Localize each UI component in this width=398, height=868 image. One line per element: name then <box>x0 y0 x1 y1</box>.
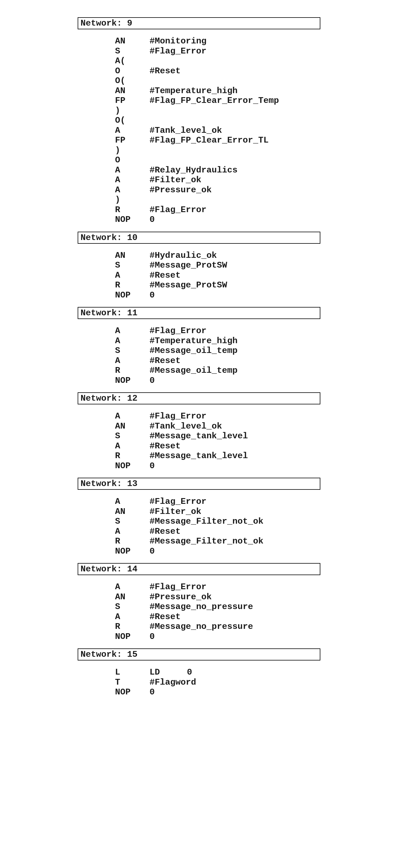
instruction-row: ) <box>115 106 320 116</box>
opcode: A <box>115 165 150 175</box>
code-block: LLD0T#FlagwordNOP0 <box>115 668 320 697</box>
operand: #Relay_Hydraulics <box>150 165 238 175</box>
opcode: O( <box>115 76 150 86</box>
instruction-row: AN#Pressure_ok <box>115 592 320 602</box>
instruction-row: A( <box>115 56 320 66</box>
operand: #Flag_Error <box>150 411 207 421</box>
opcode: FP <box>115 135 150 146</box>
instruction-row: AN#Filter_ok <box>115 507 320 517</box>
instruction-row: FP#Flag_FP_Clear_Error_Temp <box>115 96 320 106</box>
opcode: A <box>115 411 150 421</box>
operand: 0 <box>150 632 155 642</box>
opcode: NOP <box>115 215 150 225</box>
instruction-row: AN#Monitoring <box>115 36 320 46</box>
opcode: ) <box>115 195 150 205</box>
opcode: R <box>115 280 150 290</box>
opcode: S <box>115 431 150 441</box>
instruction-row: NOP0 <box>115 461 320 471</box>
operand: 0 <box>187 668 192 677</box>
instruction-row: AN#Hydraulic_ok <box>115 251 320 261</box>
opcode: S <box>115 260 150 271</box>
operand: 0 <box>150 376 155 386</box>
instruction-row: NOP0 <box>115 215 320 225</box>
instruction-row: A#Reset <box>115 441 320 451</box>
opcode: AN <box>115 86 150 96</box>
opcode: A <box>115 497 150 507</box>
instruction-row: A#Pressure_ok <box>115 185 320 195</box>
operand: 0 <box>150 687 155 697</box>
instruction-row: R#Message_Filter_not_ok <box>115 536 320 547</box>
opcode: FP <box>115 96 150 106</box>
opcode: A <box>115 582 150 592</box>
opcode: A <box>115 527 150 537</box>
code-listing: Network: 9AN#MonitoringS#Flag_ErrorA(O#R… <box>0 0 398 720</box>
instruction-row: A#Flag_Error <box>115 326 320 336</box>
opcode: L <box>115 668 150 677</box>
code-block: AN#Hydraulic_okS#Message_ProtSWA#ResetR#… <box>115 251 320 300</box>
opcode: A <box>115 336 150 346</box>
sub-opcode: LD <box>150 668 187 677</box>
opcode: NOP <box>115 547 150 556</box>
opcode: NOP <box>115 461 150 471</box>
operand: 0 <box>150 215 155 225</box>
instruction-row: A#Reset <box>115 356 320 366</box>
instruction-row: A#Reset <box>115 271 320 281</box>
operand: #Filter_ok <box>150 507 201 517</box>
instruction-row: S#Message_tank_level <box>115 431 320 441</box>
instruction-row: S#Message_no_pressure <box>115 602 320 612</box>
operand: #Reset <box>150 271 181 281</box>
operand: #Message_Filter_not_ok <box>150 517 264 527</box>
operand: #Flag_FP_Clear_Error_Temp <box>150 96 279 106</box>
opcode: O <box>115 66 150 76</box>
instruction-row: ) <box>115 195 320 205</box>
instruction-row: A#Filter_ok <box>115 175 320 185</box>
operand: #Message_tank_level <box>150 431 248 441</box>
opcode: A <box>115 185 150 195</box>
opcode: A <box>115 356 150 366</box>
instruction-row: NOP0 <box>115 376 320 386</box>
opcode: A <box>115 126 150 136</box>
instruction-row: O( <box>115 76 320 86</box>
opcode: S <box>115 46 150 56</box>
network-header: Network: 14 <box>78 563 320 575</box>
operand: #Pressure_ok <box>150 592 212 602</box>
instruction-row: R#Message_oil_temp <box>115 366 320 376</box>
opcode: AN <box>115 421 150 431</box>
instruction-row: NOP0 <box>115 290 320 300</box>
opcode: AN <box>115 507 150 517</box>
operand: #Pressure_ok <box>150 185 212 195</box>
instruction-row: R#Message_tank_level <box>115 451 320 461</box>
opcode: R <box>115 366 150 376</box>
instruction-row: LLD0 <box>115 668 320 677</box>
operand: #Message_tank_level <box>150 451 248 461</box>
instruction-row: FP#Flag_FP_Clear_Error_TL <box>115 135 320 146</box>
network-header: Network: 10 <box>78 232 320 244</box>
network-header: Network: 13 <box>78 478 320 490</box>
opcode: NOP <box>115 632 150 642</box>
operand: #Message_no_pressure <box>150 622 253 632</box>
operand: #Message_Filter_not_ok <box>150 536 264 547</box>
opcode: ) <box>115 146 150 155</box>
operand: #Message_no_pressure <box>150 602 253 612</box>
instruction-row: S#Message_oil_temp <box>115 346 320 356</box>
operand: #Message_oil_temp <box>150 346 238 356</box>
operand: #Hydraulic_ok <box>150 251 217 261</box>
instruction-row: NOP0 <box>115 547 320 556</box>
network-header: Network: 15 <box>78 648 320 660</box>
instruction-row: AN#Tank_level_ok <box>115 421 320 431</box>
opcode: R <box>115 536 150 547</box>
operand: #Monitoring <box>150 36 207 46</box>
opcode: O <box>115 155 150 165</box>
operand: #Reset <box>150 66 181 76</box>
operand: #Tank_level_ok <box>150 421 222 431</box>
instruction-row: R#Flag_Error <box>115 205 320 215</box>
opcode: A <box>115 441 150 451</box>
operand: #Flag_Error <box>150 497 207 507</box>
instruction-row: T#Flagword <box>115 677 320 687</box>
operand: #Tank_level_ok <box>150 126 222 136</box>
instruction-row: S#Flag_Error <box>115 46 320 56</box>
opcode: R <box>115 451 150 461</box>
operand: 0 <box>150 290 155 300</box>
code-block: A#Flag_ErrorAN#Filter_okS#Message_Filter… <box>115 497 320 556</box>
opcode: A <box>115 612 150 622</box>
